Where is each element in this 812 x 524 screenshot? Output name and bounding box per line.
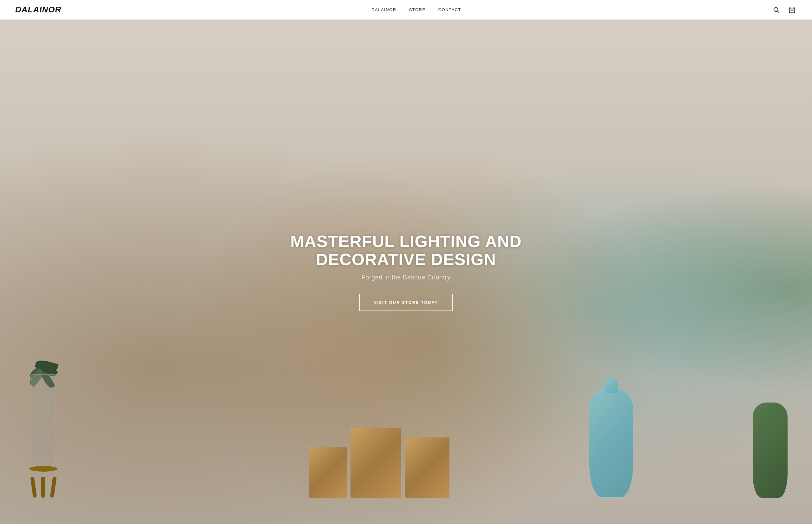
hero-overlay: MASTERFUL LIGHTING AND DECORATIVE DESIGN… <box>0 0 812 524</box>
nav-link-dalainor[interactable]: DALAINOR <box>371 7 396 12</box>
nav-link-store[interactable]: STORE <box>409 7 426 12</box>
header: DALAINOR DALAINOR STORE CONTACT <box>0 0 812 20</box>
nav-link-contact[interactable]: CONTACT <box>438 7 461 12</box>
main-nav: DALAINOR STORE CONTACT <box>371 7 461 12</box>
hero-section: MASTERFUL LIGHTING AND DECORATIVE DESIGN… <box>0 0 812 524</box>
hero-title: MASTERFUL LIGHTING AND DECORATIVE DESIGN <box>263 232 549 269</box>
cart-button[interactable] <box>787 5 797 15</box>
hero-subtitle: Forged in the Basque Country <box>362 274 451 281</box>
svg-line-1 <box>777 11 779 13</box>
search-icon <box>773 6 780 13</box>
site-logo[interactable]: DALAINOR <box>15 5 61 15</box>
hero-cta-button[interactable]: VISIT OUR STORE TODAY <box>359 294 453 311</box>
svg-point-0 <box>774 7 778 12</box>
search-button[interactable] <box>772 5 781 15</box>
header-icons <box>772 5 797 15</box>
cart-icon <box>789 6 796 13</box>
